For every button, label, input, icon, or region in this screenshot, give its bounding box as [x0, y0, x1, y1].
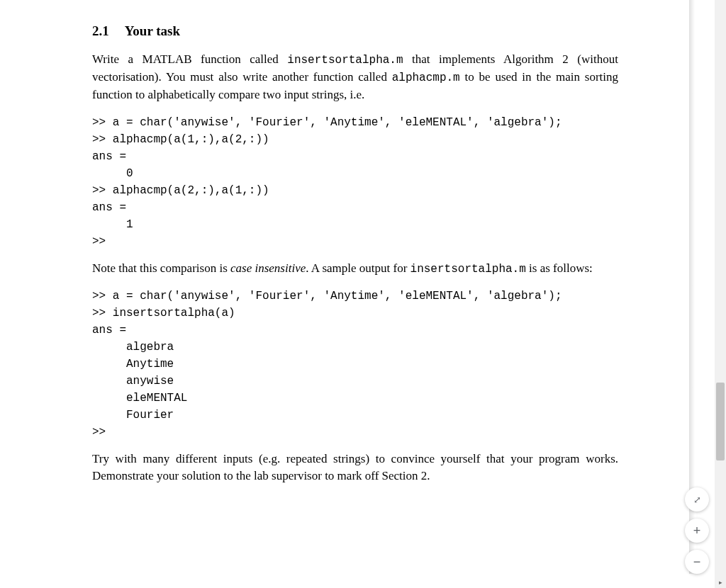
paragraph-1: Write a MATLAB function called insertsor…: [92, 51, 618, 104]
text: Note that this comparison is: [92, 261, 230, 275]
code-inline: insertsortalpha.m: [287, 54, 403, 67]
plus-icon: +: [693, 524, 701, 538]
emphasis: case insensitive: [230, 261, 306, 275]
section-number: 2.1: [92, 23, 109, 38]
text: Write a MATLAB function called: [92, 52, 287, 66]
vertical-scrollbar[interactable]: ▸: [715, 0, 726, 588]
scroll-arrow-right-icon[interactable]: ▸: [715, 577, 726, 588]
section-heading: 2.1Your task: [92, 21, 618, 41]
code-block-1: >> a = char('anywise', 'Fourier', 'Anyti…: [92, 114, 618, 250]
paragraph-2: Note that this comparison is case insens…: [92, 260, 618, 278]
zoom-in-button[interactable]: +: [685, 519, 709, 543]
minus-icon: −: [693, 555, 701, 570]
code-inline: alphacmp.m: [392, 72, 460, 84]
code-block-2: >> a = char('anywise', 'Fourier', 'Anyti…: [92, 288, 618, 441]
fit-to-page-button[interactable]: ⤢: [685, 487, 709, 511]
section-title: Your task: [125, 23, 180, 38]
scrollbar-thumb[interactable]: [716, 383, 725, 460]
text: is as follows:: [526, 261, 593, 275]
fit-icon: ⤢: [693, 494, 701, 505]
code-inline: insertsortalpha.m: [411, 263, 526, 276]
document-page: 2.1Your task Write a MATLAB function cal…: [0, 0, 689, 588]
zoom-out-button[interactable]: −: [685, 550, 709, 574]
paragraph-3: Try with many different inputs (e.g. rep…: [92, 451, 618, 485]
text: . A sample output for: [306, 261, 410, 275]
